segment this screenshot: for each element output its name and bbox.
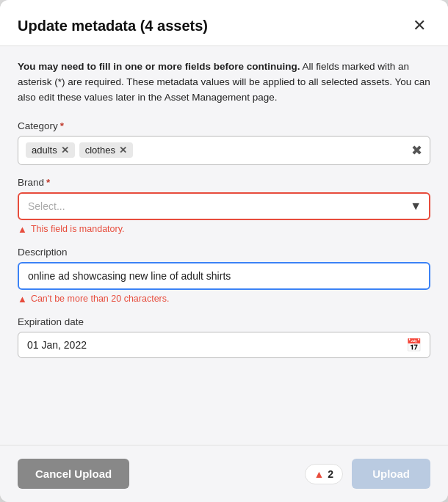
close-button[interactable]: ✕ — [408, 16, 430, 35]
expiration-date-label: Expiration date — [18, 316, 430, 327]
brand-required-star: * — [46, 177, 50, 188]
brand-select[interactable]: Select... — [18, 192, 430, 220]
upload-button[interactable]: Upload — [352, 459, 430, 489]
error-badge: ▲ 2 — [305, 464, 344, 484]
tag-clothes-remove[interactable]: ✕ — [119, 145, 127, 155]
brand-error: ▲ This field is mandatory. — [18, 224, 430, 235]
tags-clear-button[interactable]: ✖ — [411, 144, 422, 157]
category-required-star: * — [60, 120, 64, 131]
error-badge-icon: ▲ — [314, 468, 325, 480]
category-field-group: Category * adults ✕ clothes ✕ ✖ — [18, 120, 430, 165]
modal-header: Update metadata (4 assets) ✕ — [0, 0, 448, 46]
modal: Update metadata (4 assets) ✕ You may nee… — [0, 0, 448, 502]
tag-clothes: clothes ✕ — [79, 142, 133, 158]
brand-field-group: Brand * Select... ▼ ▲ This field is mand… — [18, 177, 430, 235]
info-text-bold: You may need to fill in one or more fiel… — [18, 61, 300, 72]
description-field-group: Description ▲ Can't be more than 20 char… — [18, 247, 430, 305]
description-input[interactable] — [18, 262, 430, 290]
expiration-date-input[interactable] — [18, 332, 430, 358]
expiration-date-field-group: Expiration date 📅 — [18, 316, 430, 358]
modal-title: Update metadata (4 assets) — [18, 18, 208, 34]
modal-body: You may need to fill in one or more fiel… — [0, 46, 448, 433]
expiration-date-field: 📅 — [18, 332, 430, 358]
cancel-upload-button[interactable]: Cancel Upload — [18, 459, 129, 489]
brand-error-icon: ▲ — [18, 224, 27, 235]
description-error-icon: ▲ — [18, 294, 27, 305]
tag-adults-remove[interactable]: ✕ — [61, 145, 69, 155]
description-error: ▲ Can't be more than 20 characters. — [18, 294, 430, 305]
category-label: Category * — [18, 120, 430, 131]
modal-footer: Cancel Upload ▲ 2 Upload — [0, 445, 448, 502]
info-text: You may need to fill in one or more fiel… — [18, 59, 430, 106]
footer-right: ▲ 2 Upload — [305, 459, 431, 489]
error-count: 2 — [328, 468, 333, 480]
description-label: Description — [18, 247, 430, 258]
category-tags-input[interactable]: adults ✕ clothes ✕ ✖ — [18, 136, 430, 165]
brand-label: Brand * — [18, 177, 430, 188]
brand-select-field: Select... ▼ — [18, 192, 430, 220]
tag-adults: adults ✕ — [26, 142, 75, 158]
